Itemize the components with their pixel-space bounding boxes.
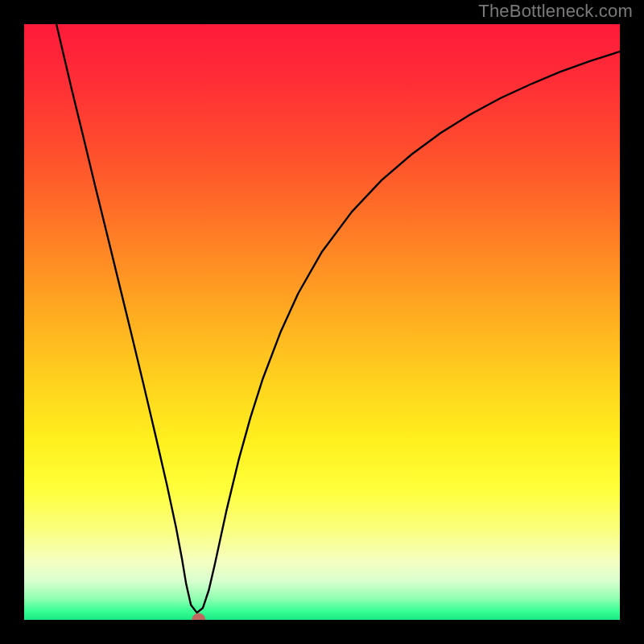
watermark-text: TheBottleneck.com [478, 1, 633, 22]
gradient-background [24, 24, 620, 620]
chart-svg [24, 24, 620, 620]
plot-area [24, 24, 620, 620]
chart-frame: TheBottleneck.com [0, 0, 644, 644]
